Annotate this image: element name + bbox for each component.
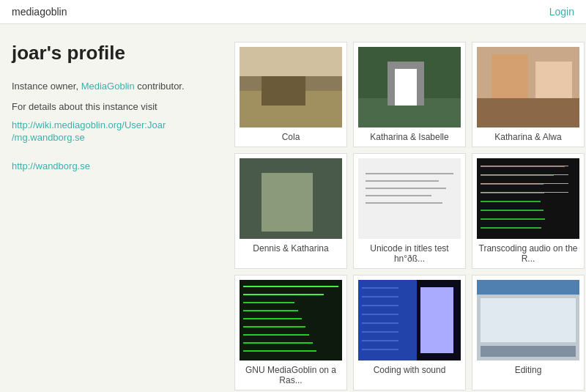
media-label-katharina-isabelle: Katharina & Isabelle: [370, 132, 448, 142]
wandborg-link[interactable]: http://wandborg.se: [12, 160, 217, 171]
media-item-gnu[interactable]: GNU MediaGoblin on a Ras...: [234, 275, 347, 391]
media-thumb-transcoding: [477, 158, 579, 239]
media-thumb-unicode: [358, 158, 461, 239]
details-text: For details about this instance visit: [12, 100, 217, 114]
media-item-transcoding[interactable]: Transcoding audio on the R...: [472, 153, 585, 269]
profile-title: joar's profile: [12, 42, 217, 64]
site-title: mediagoblin: [12, 6, 67, 18]
media-label-transcoding: Transcoding audio on the R...: [477, 243, 579, 264]
media-item-katharina-alwa[interactable]: Katharina & Alwa: [472, 42, 585, 147]
site-header: mediagoblin Login: [0, 0, 586, 24]
media-item-editing[interactable]: Editing: [472, 275, 585, 391]
media-thumb-dennis-katharina: [240, 158, 342, 239]
media-label-editing: Editing: [515, 365, 542, 375]
sidebar: joar's profile Instance owner, MediaGobl…: [12, 42, 217, 391]
main-content: joar's profile Instance owner, MediaGobl…: [0, 24, 586, 392]
media-thumb-katharina-isabelle: [358, 47, 461, 127]
media-thumb-cola: [240, 47, 342, 127]
login-link[interactable]: Login: [549, 6, 574, 18]
media-thumb-katharina-alwa: [477, 47, 579, 127]
sidebar-links: http://wiki.mediagoblin.org/User:Joar /m…: [12, 119, 217, 171]
media-label-gnu: GNU MediaGoblin on a Ras...: [240, 365, 342, 385]
media-item-coding[interactable]: Coding with sound: [353, 275, 466, 391]
media-item-dennis-katharina[interactable]: Dennis & Katharina: [234, 153, 347, 269]
description-text: Instance owner, MediaGoblin contributor.: [12, 79, 217, 94]
media-grid: ColaKatharina & IsabelleKatharina & Alwa…: [234, 42, 585, 391]
mediagoblin-link[interactable]: MediaGoblin: [81, 81, 135, 92]
media-item-unicode[interactable]: Unicode in titles test hn°ðß...: [353, 153, 466, 269]
media-thumb-editing: [477, 280, 579, 360]
media-thumb-coding: [358, 280, 461, 360]
mg-link[interactable]: /mg.wandborg.se: [12, 132, 217, 143]
wiki-link[interactable]: http://wiki.mediagoblin.org/User:Joar: [12, 119, 217, 130]
media-label-unicode: Unicode in titles test hn°ðß...: [358, 243, 461, 264]
media-label-cola: Cola: [282, 132, 300, 142]
media-thumb-gnu: [240, 280, 342, 360]
media-label-dennis-katharina: Dennis & Katharina: [253, 243, 328, 254]
media-item-katharina-isabelle[interactable]: Katharina & Isabelle: [353, 42, 466, 147]
media-item-cola[interactable]: Cola: [234, 42, 347, 147]
media-label-katharina-alwa: Katharina & Alwa: [494, 132, 561, 142]
media-label-coding: Coding with sound: [374, 365, 446, 375]
